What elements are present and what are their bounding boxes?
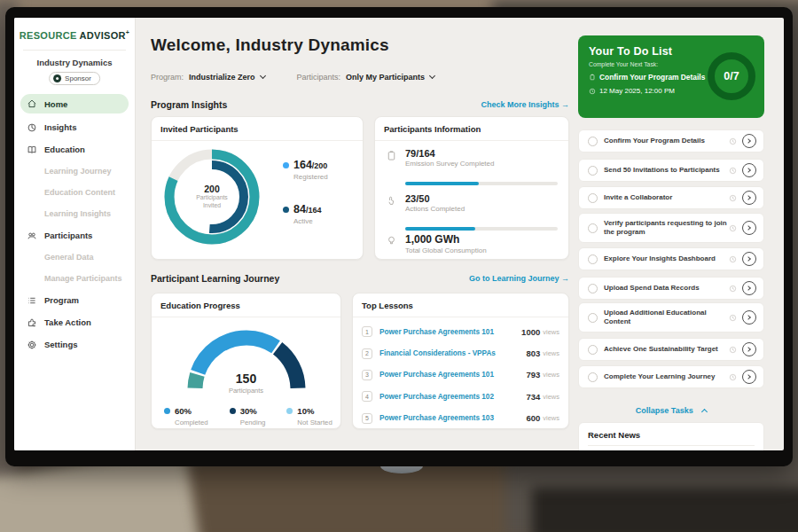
sidebar-item-label: General Data [44,253,94,262]
org-name: Industry Dynamics [14,58,135,67]
sidebar-nav: Home Insights Education Learning Journey… [14,94,135,356]
sidebar-item-general-data[interactable]: General Data [14,246,135,268]
checkbox[interactable] [588,284,598,293]
sidebar-item-education-content[interactable]: Education Content [14,182,135,203]
open-task-button[interactable] [742,191,756,205]
rank-badge: 5 [362,413,372,424]
sidebar-item-take-action[interactable]: Take Action [14,311,135,333]
checkbox[interactable] [588,166,598,176]
todo-progress-ring: 0/7 [708,52,755,100]
views-count: 793 [526,370,540,379]
bulb-icon [386,235,397,246]
legend-item-registered: 164/200 Registered [283,156,328,181]
go-to-learning-journey-link[interactable]: Go to Learning Journey → [469,274,569,283]
legend-total: /200 [312,161,328,170]
open-task-button[interactable] [742,163,756,177]
todo-item[interactable]: Verify participants requesting to join t… [578,213,764,243]
lesson-link[interactable]: Power Purchase Agreements 103 [379,414,526,422]
info-bar-fill-1 [405,227,475,231]
check-more-insights-link[interactable]: Check More Insights → [481,100,569,109]
legend-label: Completed [175,419,208,426]
divider [23,50,126,51]
legend-dot [230,408,236,414]
checkbox[interactable] [588,223,598,233]
open-task-button[interactable] [742,370,756,384]
lesson-link[interactable]: Power Purchase Agreements 101 [379,328,521,336]
collapse-label: Collapse Tasks [636,406,693,415]
views-suffix: views [543,349,559,357]
sidebar-item-label: Learning Insights [44,209,111,218]
clipboard-icon [386,150,397,161]
legend-item-not-started: 10% Not Started [286,402,332,426]
donut-legend: 164/200 Registered 84/164 Active [283,156,328,245]
program-value: Industrialize Zero [189,73,255,82]
gauge-center-label: 150 Participants [152,372,340,395]
sidebar-item-learning-insights[interactable]: Learning Insights [14,203,135,224]
participants-information-card: Participants Information 79/164 Emission… [374,116,569,260]
insights-icon [27,122,37,133]
checkbox[interactable] [588,372,598,382]
sidebar-item-home[interactable]: Home [20,94,129,113]
sidebar-item-manage-participants[interactable]: Manage Participants [14,268,135,289]
todo-item[interactable]: Upload Spend Data Records [578,277,764,300]
open-task-button[interactable] [742,342,756,356]
views-count: 600 [526,413,540,423]
sponsor-badge[interactable]: Sponsor [49,72,100,85]
lesson-link[interactable]: Power Purchase Agreements 102 [379,393,526,401]
todo-item[interactable]: Complete Your Learning Journey [578,365,764,388]
clock-icon [729,309,737,325]
todo-item[interactable]: Upload Additional Educational Content [578,302,764,332]
donut-center-text: Participants [196,194,228,202]
sidebar-item-settings[interactable]: Settings [14,333,135,356]
sidebar-item-program[interactable]: Program [14,289,135,311]
info-label: Actions Completed [405,205,558,213]
sidebar-item-education[interactable]: Education [14,138,135,160]
participants-icon [27,231,37,241]
legend-value: 84 [293,203,306,215]
todo-item[interactable]: Explore Your Insights Dashboard [578,247,764,270]
legend-label: Pending [240,419,266,426]
clock-icon [729,280,737,296]
open-task-button[interactable] [742,310,756,325]
info-value: 79/164 [405,148,558,159]
participants-select[interactable]: Participants:Only My Participants [297,73,435,82]
lesson-link[interactable]: Power Purchase Agreements 101 [379,371,526,379]
open-task-button[interactable] [742,252,756,266]
checkbox[interactable] [588,254,598,264]
open-task-button[interactable] [742,221,756,235]
todo-item[interactable]: Achieve One Sustainability Target [578,338,764,361]
checkbox[interactable] [588,193,598,203]
clipboard-icon [589,74,596,81]
card-title: Top Lessons [353,293,568,317]
invited-participants-card: Invited Participants 200 Participants In… [151,116,364,260]
views-suffix: views [543,414,559,422]
page-title: Welcome, Industry Dynamics [151,35,389,55]
open-task-button[interactable] [742,134,756,148]
collapse-tasks-link[interactable]: Collapse Tasks [578,401,764,417]
due-date-label: 12 May 2025, 12:00 PM [599,87,675,95]
sidebar-item-insights[interactable]: Insights [14,116,135,138]
info-label: Total Global Consumption [405,246,558,254]
clock-icon [589,88,596,95]
checkbox[interactable] [588,345,598,355]
views-count: 803 [526,348,540,358]
todo-item[interactable]: Invite a Collaborator [578,186,764,209]
clock-icon [729,190,737,206]
sidebar-item-learning-journey[interactable]: Learning Journey [14,160,135,182]
todo-item[interactable]: Send 50 Invitations to Participants [578,159,764,182]
checkbox[interactable] [588,313,598,323]
lesson-link[interactable]: Financial Considerations - VPPAs [379,349,526,357]
list-icon [27,295,37,306]
checkbox[interactable] [588,137,598,146]
todo-item[interactable]: Confirm Your Program Details [578,129,764,153]
views-count: 734 [526,392,540,402]
sidebar-item-participants[interactable]: Participants [14,224,135,246]
program-select[interactable]: Program:Industrialize Zero [151,73,265,82]
chevron-down-icon [429,73,435,79]
info-row-emission: 79/164 Emission Survey Completed [384,148,558,168]
lesson-row: 2 Financial Considerations - VPPAs 803 v… [353,342,568,364]
lesson-row: 4 Power Purchase Agreements 102 734 view… [353,386,568,407]
open-task-button[interactable] [742,281,756,295]
clock-icon [729,341,737,357]
sidebar: RESOURCE ADVISOR+ Industry Dynamics Spon… [14,18,136,450]
